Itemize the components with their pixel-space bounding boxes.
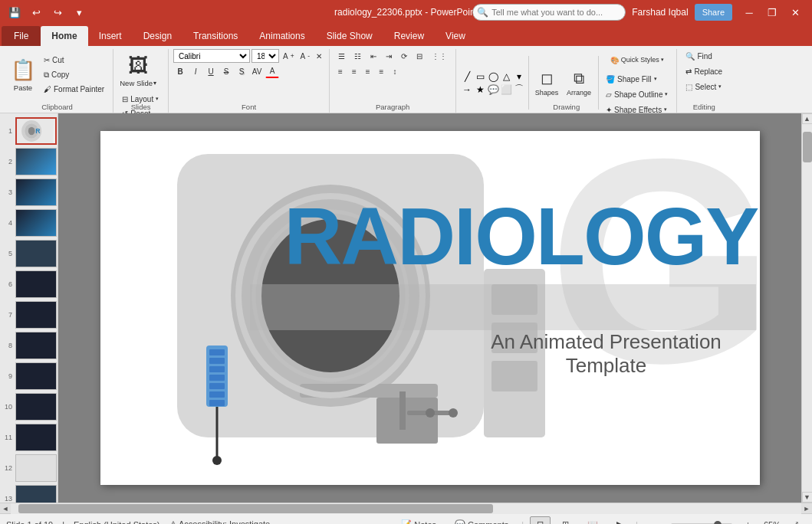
tab-slideshow[interactable]: Slide Show [316, 26, 383, 46]
zoom-in-button[interactable]: ＋ [737, 516, 759, 525]
decrease-font-button[interactable]: A- [298, 49, 312, 63]
slide-thumb-11[interactable]: 11 [2, 423, 56, 452]
fit-slide-button[interactable]: ⤢ [785, 516, 806, 525]
h-scroll-track[interactable] [11, 503, 801, 514]
shape-textbox[interactable]: ⬜ [500, 84, 512, 96]
slide-thumb-12[interactable]: 12 [2, 454, 56, 483]
h-scroll-thumb[interactable] [18, 504, 493, 513]
shapes-button[interactable]: ◻ Shapes [532, 63, 561, 103]
format-painter-button[interactable]: 🖌 Format Painter [40, 83, 108, 97]
shape-rect[interactable]: ▭ [474, 70, 486, 83]
line-spacing-button[interactable]: ↕ [389, 64, 400, 78]
new-slide-dropdown-icon[interactable]: ▾ [153, 80, 156, 87]
italic-button[interactable]: I [189, 64, 202, 78]
shape-triangle[interactable]: △ [500, 70, 512, 83]
shape-fill-button[interactable]: 🪣 Shape Fill ▾ [602, 72, 672, 86]
tab-view[interactable]: View [435, 26, 476, 46]
share-button[interactable]: Share [695, 4, 732, 21]
tab-transitions[interactable]: Transitions [182, 26, 248, 46]
shape-outline-button[interactable]: ▱ Shape Outline ▾ [602, 87, 672, 101]
select-button[interactable]: ⬚ Select ▾ [682, 80, 725, 93]
copy-button[interactable]: ⧉ Copy [40, 68, 108, 82]
slide-thumb-9[interactable]: 9 [2, 362, 56, 391]
increase-font-button[interactable]: A+ [281, 49, 297, 63]
save-icon[interactable]: 💾 [6, 4, 23, 21]
vertical-scrollbar[interactable]: ▲ ▼ [801, 113, 812, 503]
paste-button[interactable]: 📋 Paste [6, 54, 40, 97]
zoom-out-button[interactable]: － [644, 516, 666, 525]
quick-styles-button[interactable]: 🎨 Quick Styles ▾ [602, 49, 672, 70]
canvas-area[interactable]: G [58, 113, 801, 503]
scroll-down-arrow[interactable]: ▼ [802, 492, 813, 503]
qat-dropdown-icon[interactable]: ▾ [71, 4, 87, 21]
undo-icon[interactable]: ↩ [28, 4, 44, 21]
slide-thumb-5[interactable]: 5 [2, 239, 56, 268]
tab-file[interactable]: File [2, 26, 41, 46]
slide-canvas[interactable]: G [100, 131, 760, 485]
font-size-select[interactable]: 18 [251, 49, 279, 63]
slide-thumb-1[interactable]: 1 R [2, 116, 56, 146]
clear-formatting-button[interactable]: ✕ [314, 49, 324, 63]
notes-button[interactable]: 📝 Notes [394, 516, 443, 525]
text-shadow-button[interactable]: S [235, 64, 248, 78]
text-direction-button[interactable]: ⟳ [397, 49, 411, 63]
zoom-slider-thumb[interactable] [714, 521, 722, 525]
slide-thumb-8[interactable]: 8 [2, 331, 56, 360]
slide-thumb-3[interactable]: 3 [2, 178, 56, 207]
tab-design[interactable]: Design [133, 26, 182, 46]
increase-indent-button[interactable]: ⇥ [382, 49, 396, 63]
arrange-button[interactable]: ⧉ Arrange [563, 63, 595, 103]
char-spacing-button[interactable]: AV [250, 64, 264, 78]
align-right-button[interactable]: ≡ [362, 64, 374, 78]
slide-thumb-4[interactable]: 4 [2, 208, 56, 237]
normal-view-button[interactable]: ⊟ [530, 516, 551, 525]
align-center-button[interactable]: ≡ [348, 64, 360, 78]
scroll-thumb[interactable] [803, 132, 812, 162]
tab-animations[interactable]: Animations [248, 26, 315, 46]
shape-more[interactable]: ▾ [513, 70, 525, 83]
slide-thumb-10[interactable]: 10 [2, 392, 56, 421]
tab-review[interactable]: Review [383, 26, 435, 46]
font-family-select[interactable]: Calibri [173, 49, 250, 63]
underline-button[interactable]: U [204, 64, 218, 78]
cut-button[interactable]: ✂ Cut [40, 54, 108, 67]
minimize-button[interactable]: ─ [738, 4, 760, 21]
shape-star[interactable]: ★ [474, 84, 486, 96]
numbering-button[interactable]: ☷ [350, 49, 365, 63]
tab-insert[interactable]: Insert [88, 26, 133, 46]
justify-button[interactable]: ≡ [376, 64, 388, 78]
bullets-button[interactable]: ☰ [334, 49, 349, 63]
shape-callout[interactable]: 💬 [487, 84, 499, 96]
slide-thumb-13[interactable]: 13 [2, 484, 56, 503]
h-scroll-left[interactable]: ◄ [0, 503, 11, 514]
restore-button[interactable]: ❐ [761, 4, 783, 21]
align-text-button[interactable]: ⊟ [413, 49, 426, 63]
new-slide-button[interactable]: 🖼 New Slide ▾ [118, 49, 158, 92]
slide-thumb-6[interactable]: 6 [2, 270, 56, 299]
slideshow-view-button[interactable]: ▶ [610, 516, 630, 525]
slide-thumb-7[interactable]: 7 [2, 300, 56, 329]
horizontal-scrollbar[interactable]: ◄ ► [0, 503, 812, 513]
shape-oval[interactable]: ◯ [487, 70, 499, 83]
h-scroll-right[interactable]: ► [801, 503, 812, 514]
tab-home[interactable]: Home [41, 26, 87, 46]
comments-button[interactable]: 💬 Comments [448, 516, 515, 525]
find-button[interactable]: 🔍 Find [682, 49, 715, 63]
replace-button[interactable]: ⇄ Replace [682, 64, 726, 78]
bold-button[interactable]: B [173, 64, 187, 78]
scroll-track[interactable] [802, 124, 813, 492]
columns-button[interactable]: ⋮⋮ [428, 49, 451, 63]
reading-view-button[interactable]: 📖 [580, 516, 605, 525]
slide-thumb-2[interactable]: 2 [2, 147, 56, 176]
close-button[interactable]: ✕ [784, 4, 806, 21]
shape-arrow[interactable]: → [461, 84, 473, 96]
redo-icon[interactable]: ↪ [49, 4, 66, 21]
shape-line[interactable]: ╱ [461, 70, 473, 83]
strikethrough-button[interactable]: S [219, 64, 233, 78]
scroll-up-arrow[interactable]: ▲ [802, 113, 813, 124]
decrease-indent-button[interactable]: ⇤ [367, 49, 380, 63]
align-left-button[interactable]: ≡ [334, 64, 347, 78]
shape-curve[interactable]: ⌒ [513, 84, 525, 96]
font-color-button[interactable]: A [265, 64, 279, 78]
slide-sorter-button[interactable]: ⊞ [555, 516, 576, 525]
